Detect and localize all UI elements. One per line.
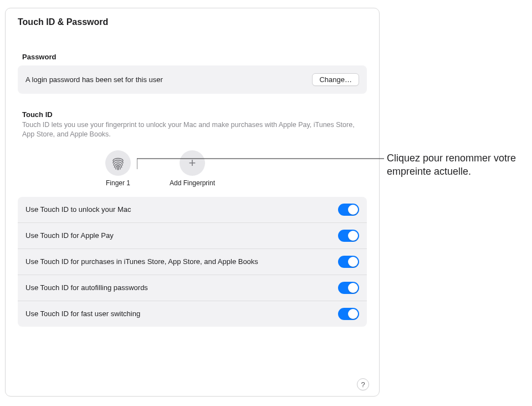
touchid-title: Touch ID — [22, 110, 367, 119]
toggle-apple-pay[interactable] — [338, 230, 359, 242]
option-label: Use Touch ID for purchases in iTunes Sto… — [25, 257, 258, 267]
option-purchases: Use Touch ID for purchases in iTunes Sto… — [18, 249, 367, 275]
toggle-autofill[interactable] — [338, 282, 359, 294]
touchid-subtitle: Touch ID lets you use your fingerprint t… — [22, 120, 360, 139]
fingerprint-label-1: Finger 1 — [106, 179, 130, 187]
option-fast-user-switching: Use Touch ID for fast user switching — [18, 301, 367, 327]
password-row: A login password has been set for this u… — [18, 65, 367, 94]
plus-icon: + — [180, 150, 205, 176]
fingerprint-item-1[interactable]: Finger 1 — [105, 150, 131, 187]
touchid-section: Touch ID Touch ID lets you use your fing… — [18, 110, 367, 327]
toggle-unlock-mac[interactable] — [338, 204, 359, 216]
option-label: Use Touch ID for fast user switching — [25, 309, 140, 319]
help-button[interactable]: ? — [357, 378, 369, 390]
option-unlock-mac: Use Touch ID to unlock your Mac — [18, 197, 367, 223]
toggle-purchases[interactable] — [338, 256, 359, 268]
password-desc: A login password has been set for this u… — [25, 75, 163, 84]
touchid-options-list: Use Touch ID to unlock your Mac Use Touc… — [18, 197, 367, 327]
option-label: Use Touch ID to unlock your Mac — [25, 205, 131, 215]
change-password-button[interactable]: Change… — [312, 73, 359, 86]
fingerprint-icon — [105, 150, 131, 176]
password-section-label: Password — [22, 53, 367, 61]
option-apple-pay: Use Touch ID for Apple Pay — [18, 223, 367, 249]
toggle-fast-user-switching[interactable] — [338, 308, 359, 320]
option-label: Use Touch ID for autofilling passwords — [25, 283, 148, 293]
option-label: Use Touch ID for Apple Pay — [25, 231, 114, 241]
callout-text: Cliquez pour renommer votre empreinte ac… — [387, 151, 520, 179]
settings-panel: Touch ID & Password Password A login pas… — [5, 8, 380, 397]
page-title: Touch ID & Password — [18, 17, 367, 27]
add-fingerprint-label: Add Fingerprint — [170, 179, 215, 187]
fingerprints-row: Finger 1 + Add Fingerprint — [105, 150, 367, 187]
option-autofill: Use Touch ID for autofilling passwords — [18, 275, 367, 301]
add-fingerprint-button[interactable]: + Add Fingerprint — [170, 150, 215, 187]
